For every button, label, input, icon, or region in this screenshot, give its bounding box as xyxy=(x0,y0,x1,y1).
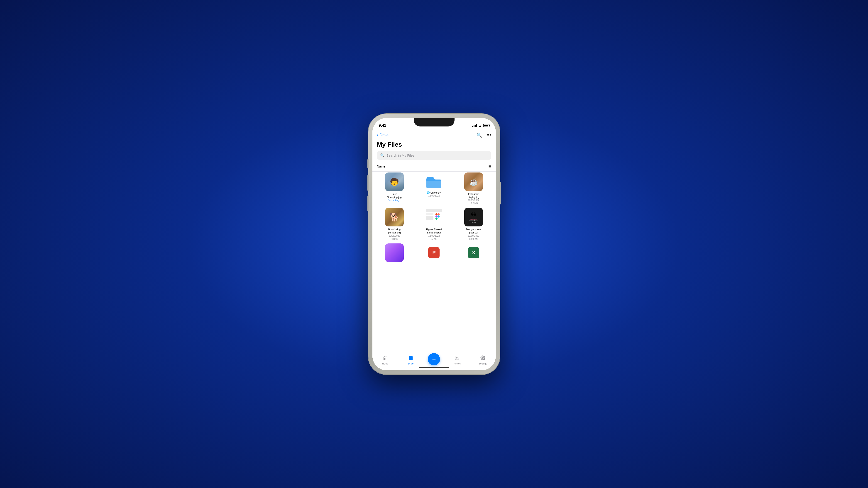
home-icon xyxy=(383,355,388,362)
signal-icon xyxy=(472,124,477,127)
wifi-icon: ▲ xyxy=(478,124,482,127)
volume-down-button xyxy=(367,195,369,211)
svg-point-4 xyxy=(437,215,439,217)
design-book-number: 5 Books Every xyxy=(470,219,477,220)
volume-up-button xyxy=(367,175,369,191)
page-title: My Files xyxy=(372,140,496,151)
design-book-subtitle2: To Read xyxy=(471,222,476,223)
figma-libraries-name: Figma SharedLibraries.pdf xyxy=(426,228,442,234)
power-button xyxy=(499,182,501,204)
drive-icon xyxy=(408,355,413,362)
phone-frame: 9:41 ▲ ‹ Drive xyxy=(368,114,500,375)
signal-bar-4 xyxy=(476,124,477,127)
signal-bar-2 xyxy=(473,125,474,127)
paris-shopping-status: Encrypting... xyxy=(388,199,401,201)
file-thumb-paris-shopping xyxy=(385,172,404,191)
sort-row: Name ↑ ≡ xyxy=(372,163,496,171)
figma-libraries-preview xyxy=(425,208,443,226)
tab-drive[interactable]: Drive xyxy=(398,355,424,365)
mute-button xyxy=(367,159,369,168)
instagram-display-image xyxy=(464,172,483,191)
file-item-purple[interactable] xyxy=(376,243,413,263)
file-item-excel[interactable]: X xyxy=(455,243,492,263)
figma-block-1 xyxy=(426,213,433,215)
tab-add[interactable]: + xyxy=(424,353,444,367)
svg-rect-1 xyxy=(437,213,439,215)
photos-label: Photos xyxy=(454,362,461,365)
brians-dog-image xyxy=(385,208,404,226)
sort-button[interactable]: Name ↑ xyxy=(377,165,388,168)
purple-image-preview xyxy=(385,243,404,262)
instagram-display-name: Instagramdisplay.jpg xyxy=(468,192,479,199)
file-item-brians-dog[interactable]: Brian's dogportrait.png 12/09/202218 MB xyxy=(376,208,413,241)
university-name: 🌐 University xyxy=(427,191,441,194)
file-item-powerpoint[interactable]: P xyxy=(415,243,453,263)
tab-settings[interactable]: Settings xyxy=(470,355,496,365)
home-indicator xyxy=(420,367,449,368)
add-button[interactable]: + xyxy=(428,353,440,365)
notch xyxy=(414,118,455,127)
instagram-display-meta: 12/09/202216.2 MB xyxy=(468,199,479,205)
brians-dog-thumb xyxy=(385,208,404,226)
file-item-figma-libraries[interactable]: Figma SharedLibraries.pdf 12/09/202287 M… xyxy=(415,208,453,241)
svg-rect-0 xyxy=(435,213,437,215)
back-chevron-icon: ‹ xyxy=(377,133,378,137)
battery-icon xyxy=(483,124,490,127)
search-placeholder: Search in My Files xyxy=(386,154,414,157)
figma-col-2 xyxy=(434,213,442,220)
brians-dog-name: Brian's dogportrait.png xyxy=(388,228,401,234)
svg-point-7 xyxy=(482,357,484,359)
file-item-instagram-display[interactable]: Instagramdisplay.jpg 12/09/202216.2 MB xyxy=(455,172,492,205)
sort-name-label: Name xyxy=(377,165,385,168)
svg-rect-2 xyxy=(435,215,437,217)
search-bar[interactable]: 🔍 Search in My Files xyxy=(377,151,491,160)
battery-fill xyxy=(484,125,488,127)
svg-point-6 xyxy=(456,357,457,357)
brians-dog-meta: 12/09/202218 MB xyxy=(389,234,400,241)
excel-thumb: X xyxy=(464,243,483,262)
add-icon: + xyxy=(432,356,436,363)
figma-libraries-meta: 12/09/202287 MB xyxy=(428,234,439,241)
file-item-design-books[interactable]: 🕶 5 Books Every Designer Needs To Read D… xyxy=(455,208,492,241)
app-content: ‹ Drive 🔍 ••• My Files 🔍 Search in My Fi… xyxy=(372,130,496,370)
more-menu-button[interactable]: ••• xyxy=(486,132,491,138)
folder-icon xyxy=(426,175,442,188)
powerpoint-thumb: P xyxy=(425,243,443,262)
figma-header-bar xyxy=(426,209,442,212)
glasses-icon: 🕶 xyxy=(471,211,476,218)
home-label: Home xyxy=(382,362,388,365)
view-toggle-button[interactable]: ≡ xyxy=(489,164,491,169)
search-nav-button[interactable]: 🔍 xyxy=(476,132,482,138)
paris-shopping-name: ParisShopping.jpg xyxy=(387,192,402,199)
figma-content-area xyxy=(426,213,442,220)
university-folder-thumb xyxy=(425,172,443,191)
status-icons: ▲ xyxy=(472,124,490,127)
files-row-2: Brian's dogportrait.png 12/09/202218 MB xyxy=(376,208,492,241)
figma-block-2 xyxy=(426,216,433,220)
file-item-university[interactable]: 🌐 University 12/09/2022 xyxy=(415,172,453,205)
design-book-text-mini: 5 Books Every Designer Needs To Read xyxy=(469,219,478,223)
paris-shopping-image xyxy=(385,172,404,191)
figma-logo-icon xyxy=(434,213,441,220)
back-button[interactable]: ‹ Drive xyxy=(377,133,389,137)
settings-icon xyxy=(480,355,485,362)
figma-libraries-thumb xyxy=(425,208,443,226)
phone-screen: 9:41 ▲ ‹ Drive xyxy=(372,118,496,370)
design-books-name: Design bookspost.pdf xyxy=(466,228,481,234)
signal-bar-3 xyxy=(475,125,476,127)
sort-arrow-icon: ↑ xyxy=(386,165,388,168)
design-books-thumb: 🕶 5 Books Every Designer Needs To Read xyxy=(464,208,483,226)
design-books-preview: 🕶 5 Books Every Designer Needs To Read xyxy=(464,208,483,226)
tab-photos[interactable]: Photos xyxy=(444,355,470,365)
nav-actions: 🔍 ••• xyxy=(476,132,491,138)
tab-home[interactable]: Home xyxy=(372,355,398,365)
signal-bar-1 xyxy=(472,126,473,127)
files-row-3: P X xyxy=(376,243,492,263)
settings-label: Settings xyxy=(479,362,487,365)
ppt-preview: P xyxy=(425,243,443,262)
university-date: 12/09/2022 xyxy=(428,194,439,197)
file-item-paris-shopping[interactable]: ParisShopping.jpg Encrypting... xyxy=(376,172,413,205)
purple-image-thumb xyxy=(385,243,404,262)
status-time: 9:41 xyxy=(379,123,386,128)
search-icon: 🔍 xyxy=(380,153,385,158)
